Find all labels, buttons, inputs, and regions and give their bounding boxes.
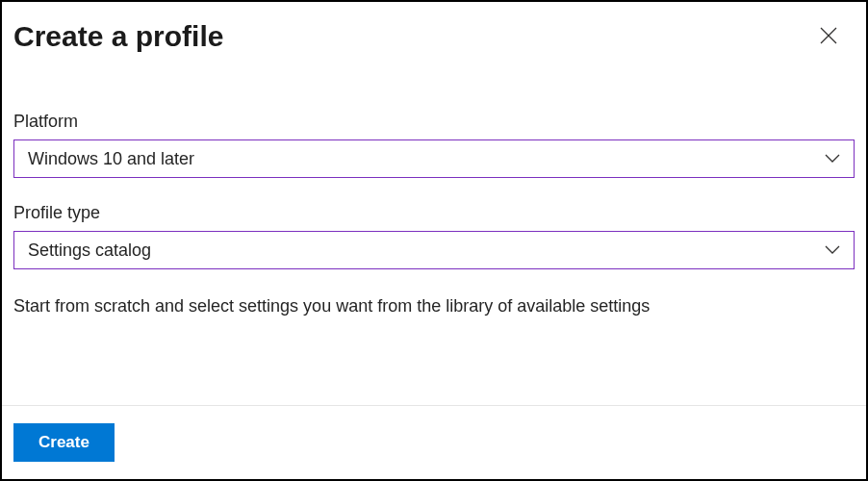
close-icon (820, 27, 837, 44)
profile-type-field: Profile type Settings catalog (13, 203, 855, 269)
panel-header: Create a profile (2, 2, 866, 54)
chevron-down-icon (825, 154, 840, 164)
panel-footer: Create (2, 405, 866, 479)
profile-type-select[interactable]: Settings catalog (13, 231, 855, 269)
chevron-down-icon (825, 245, 840, 255)
platform-select-value: Windows 10 and later (28, 149, 194, 169)
profile-type-select-value: Settings catalog (28, 240, 151, 261)
platform-field: Platform Windows 10 and later (13, 112, 855, 178)
form-content: Platform Windows 10 and later Profile ty… (2, 54, 866, 318)
platform-select[interactable]: Windows 10 and later (13, 139, 855, 178)
page-title: Create a profile (13, 19, 223, 54)
profile-type-description: Start from scratch and select settings y… (13, 294, 855, 318)
profile-type-label: Profile type (13, 203, 855, 223)
create-button[interactable]: Create (13, 423, 115, 462)
close-button[interactable] (812, 19, 845, 52)
platform-label: Platform (13, 112, 855, 132)
